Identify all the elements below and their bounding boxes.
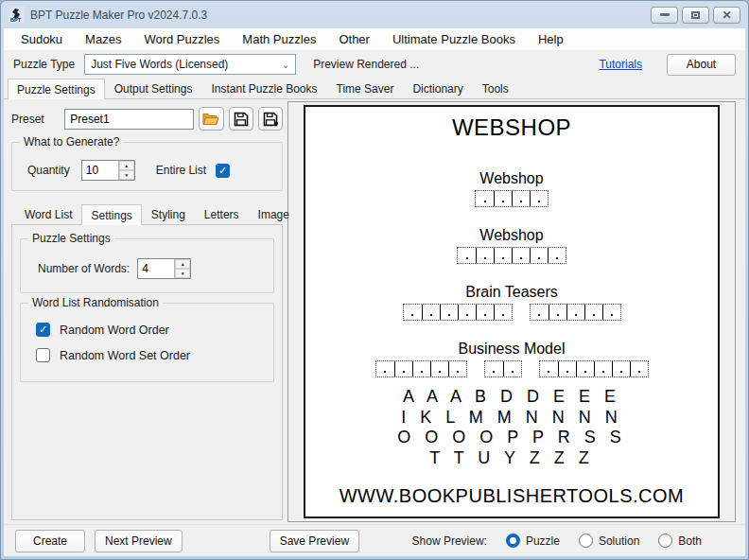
tab-settings[interactable]: Settings [81, 204, 141, 225]
open-preset-button[interactable] [199, 107, 223, 131]
letter-cell [531, 305, 549, 320]
spin-up-icon[interactable]: ▲ [175, 259, 190, 269]
tab-styling[interactable]: Styling [142, 204, 195, 224]
answer-boxes [457, 247, 566, 264]
letter-cell [512, 191, 530, 206]
puzzle-word-row: Webshop [475, 170, 549, 207]
letter-cell [549, 305, 566, 320]
letter-cell [476, 191, 494, 206]
preset-row: Preset [11, 107, 283, 131]
next-preview-button[interactable]: Next Preview [95, 530, 183, 552]
tab-dictionary[interactable]: Dictionary [403, 79, 472, 98]
save-preview-button[interactable]: Save Preview [270, 530, 359, 552]
radio-puzzle[interactable] [506, 534, 520, 548]
letter-cell [630, 361, 648, 376]
main-tabstrip: Puzzle Settings Output Settings Instant … [4, 79, 745, 98]
radio-option-solution[interactable]: Solution [579, 534, 639, 548]
what-to-generate-title: What to Generate? [20, 135, 123, 149]
tab-tools[interactable]: Tools [473, 79, 518, 98]
letter-box-group [475, 190, 549, 207]
letter-cell [394, 361, 412, 376]
entire-list-checkbox[interactable] [216, 164, 230, 178]
letter-cell [612, 361, 630, 376]
radio-solution-label: Solution [599, 534, 639, 548]
letter-cell [494, 305, 512, 320]
page-footer-url: WWW.BOOKPUBLISHERTOOLS.COM [340, 485, 685, 507]
letter-pool-row: O O O O P P R S S [397, 428, 625, 448]
answer-boxes [375, 360, 649, 377]
letter-box-group [539, 360, 649, 377]
show-preview-group: Show Preview: Puzzle Solution Both [412, 534, 702, 548]
letter-cell [548, 248, 566, 263]
radio-solution[interactable] [579, 534, 593, 548]
menu-item-ultimate-puzzle-books[interactable]: Ultimate Puzzle Books [381, 28, 527, 50]
spin-down-icon[interactable]: ▼ [119, 170, 134, 180]
letter-cell [602, 305, 620, 320]
number-of-words-input[interactable] [138, 259, 174, 278]
tutorials-link[interactable]: Tutorials [599, 58, 642, 71]
letter-cell [494, 248, 512, 263]
letter-pool-row: A A A B D D E E E [397, 387, 625, 408]
puzzle-type-dropdown[interactable]: Just Five Words (Licensed) ⌄ [84, 54, 296, 75]
random-word-set-order-checkbox[interactable] [36, 348, 50, 362]
generate-row: Quantity ▲ ▼ Entire List [27, 160, 274, 181]
puzzle-settings-page: Preset [4, 98, 745, 524]
preset-input[interactable] [64, 109, 194, 130]
tab-puzzle-settings[interactable]: Puzzle Settings [8, 79, 105, 99]
spin-up-icon[interactable]: ▲ [119, 161, 134, 170]
words-spin-buttons: ▲ ▼ [174, 259, 190, 278]
letter-cell [448, 361, 466, 376]
letter-cell [476, 248, 494, 263]
minimize-icon [660, 13, 670, 16]
quantity-stepper[interactable]: ▲ ▼ [81, 160, 135, 181]
radio-both[interactable] [658, 534, 672, 548]
letter-pool-row: I K L M M N N N N [397, 408, 625, 429]
tab-image[interactable]: Image [249, 204, 299, 224]
save-preset-button[interactable] [229, 107, 253, 131]
menu-item-sudoku[interactable]: Sudoku [9, 28, 74, 50]
random-word-order-checkbox[interactable] [36, 323, 50, 337]
menu-item-math-puzzles[interactable]: Math Puzzles [231, 28, 327, 50]
about-button[interactable]: About [667, 54, 736, 76]
save-preset-as-button[interactable] [258, 107, 283, 131]
menu-item-help[interactable]: Help [527, 28, 575, 50]
menu-item-mazes[interactable]: Mazes [74, 28, 132, 50]
folder-open-icon [202, 112, 219, 126]
close-button[interactable]: ✕ [713, 7, 740, 24]
letter-cell [584, 305, 602, 320]
spin-down-icon[interactable]: ▼ [175, 269, 190, 278]
radio-option-both[interactable]: Both [658, 534, 702, 548]
radio-option-puzzle[interactable]: Puzzle [506, 534, 560, 548]
chevron-down-icon: ⌄ [282, 60, 289, 70]
puzzle-preview-page: WEBSHOP Webshop Webshop Brain Teasers [304, 105, 720, 518]
show-preview-label: Show Preview: [412, 534, 487, 548]
maximize-icon [691, 11, 700, 19]
puzzle-word-row: Business Model [375, 341, 649, 377]
minimize-button[interactable] [651, 7, 678, 24]
letter-cell [412, 361, 430, 376]
random-word-order-option: Random Word Order [36, 323, 266, 337]
word-clue-label: Webshop [479, 227, 543, 244]
number-of-words-row: Number of Words: ▲ ▼ [38, 258, 266, 279]
tab-output-settings[interactable]: Output Settings [105, 79, 202, 98]
tab-instant-puzzle-books[interactable]: Instant Puzzle Books [201, 79, 326, 98]
menu-item-other[interactable]: Other [327, 28, 381, 50]
letter-cell [530, 248, 548, 263]
tab-time-saver[interactable]: Time Saver [327, 79, 404, 98]
word-clue-label: Business Model [459, 341, 566, 358]
letter-cell [440, 305, 458, 320]
entire-list-option: Entire List [156, 164, 230, 178]
tab-word-list[interactable]: Word List [15, 204, 81, 224]
letter-cell [476, 305, 494, 320]
left-panel: Preset [4, 99, 287, 524]
random-word-set-order-label: Random Word Set Order [60, 349, 190, 362]
number-of-words-stepper[interactable]: ▲ ▼ [137, 258, 191, 279]
maximize-button[interactable] [682, 7, 709, 24]
quantity-input[interactable] [82, 161, 118, 180]
create-button[interactable]: Create [15, 530, 85, 552]
letter-cell [404, 305, 422, 320]
answer-boxes [403, 304, 621, 321]
tab-letters[interactable]: Letters [195, 204, 249, 224]
menu-item-word-puzzles[interactable]: Word Puzzles [132, 28, 231, 50]
close-icon: ✕ [722, 9, 731, 21]
